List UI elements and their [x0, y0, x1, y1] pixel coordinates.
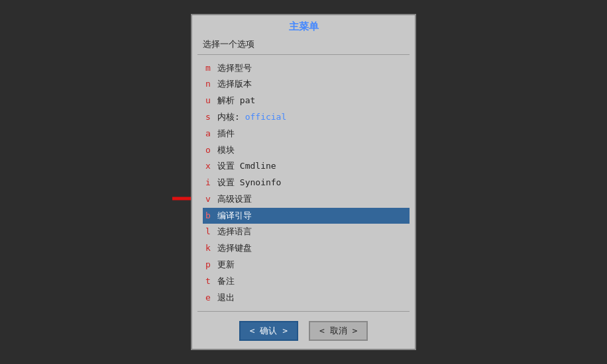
dialog-subtitle: 选择一个选项 — [192, 36, 415, 54]
main-dialog: 主菜单 选择一个选项 m 选择型号 n 选择版本 u 解析 pat s 内核: … — [191, 14, 416, 351]
label-kernel: 内核: official — [217, 111, 286, 124]
screen-background: 主菜单 选择一个选项 m 选择型号 n 选择版本 u 解析 pat s 内核: … — [0, 0, 607, 364]
label-notes: 备注 — [217, 275, 235, 289]
menu-item-model[interactable]: m 选择型号 — [203, 60, 410, 77]
menu-item-parse[interactable]: u 解析 pat — [203, 93, 410, 109]
label-version: 选择版本 — [217, 77, 252, 91]
label-model: 选择型号 — [217, 62, 252, 75]
key-k: k — [205, 242, 215, 255]
key-m: m — [205, 62, 215, 75]
dialog-title: 主菜单 — [192, 15, 415, 36]
key-e: e — [205, 291, 215, 305]
menu-area: m 选择型号 n 选择版本 u 解析 pat s 内核: official a … — [192, 58, 415, 309]
menu-item-compile[interactable]: b 编译引导 — [203, 208, 410, 224]
key-l: l — [205, 225, 215, 239]
label-language: 选择语言 — [217, 225, 252, 239]
menu-item-version[interactable]: n 选择版本 — [203, 76, 410, 93]
key-a: a — [205, 127, 215, 141]
label-keyboard: 选择键盘 — [217, 242, 252, 255]
label-exit: 退出 — [217, 291, 235, 305]
label-synoinfo: 设置 Synoinfo — [217, 176, 281, 190]
key-i: i — [205, 176, 215, 190]
key-v: v — [205, 193, 215, 206]
menu-item-language[interactable]: l 选择语言 — [203, 224, 410, 240]
key-s: s — [205, 111, 215, 124]
key-t: t — [205, 275, 215, 289]
menu-item-exit[interactable]: e 退出 — [203, 290, 410, 306]
key-b: b — [205, 209, 215, 223]
dialog-buttons: < 确认 > < 取消 > — [192, 314, 415, 349]
confirm-button[interactable]: < 确认 > — [239, 321, 298, 341]
menu-item-notes[interactable]: t 备注 — [203, 273, 410, 290]
kernel-value: official — [245, 112, 287, 122]
label-cmdline: 设置 Cmdline — [217, 159, 276, 173]
key-u: u — [205, 94, 215, 108]
label-compile: 编译引导 — [217, 209, 252, 223]
key-n: n — [205, 77, 215, 91]
label-parse: 解析 pat — [217, 94, 255, 108]
menu-item-plugin[interactable]: a 插件 — [203, 126, 410, 142]
menu-item-update[interactable]: p 更新 — [203, 257, 410, 273]
label-advanced: 高级设置 — [217, 193, 252, 206]
key-p: p — [205, 258, 215, 272]
bottom-divider — [197, 311, 410, 312]
label-update: 更新 — [217, 258, 235, 272]
label-plugin: 插件 — [217, 127, 235, 141]
menu-item-cmdline[interactable]: x 设置 Cmdline — [203, 158, 410, 175]
menu-item-kernel[interactable]: s 内核: official — [203, 109, 410, 126]
top-divider — [197, 54, 410, 55]
menu-item-synoinfo[interactable]: i 设置 Synoinfo — [203, 175, 410, 191]
label-module: 模块 — [217, 144, 235, 158]
key-o: o — [205, 144, 215, 158]
menu-item-advanced[interactable]: v 高级设置 — [203, 191, 410, 208]
menu-item-keyboard[interactable]: k 选择键盘 — [203, 240, 410, 257]
cancel-button[interactable]: < 取消 > — [309, 321, 368, 341]
key-x: x — [205, 159, 215, 173]
menu-item-module[interactable]: o 模块 — [203, 142, 410, 159]
